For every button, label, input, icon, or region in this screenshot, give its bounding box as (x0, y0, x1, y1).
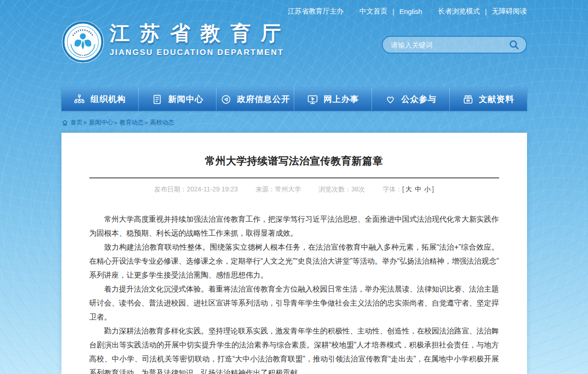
breadcrumb-home[interactable]: 首页 (71, 118, 83, 127)
link-chinese-home[interactable]: 中文首页 (359, 7, 387, 16)
bracket: [ (402, 185, 404, 193)
title-divider (89, 177, 499, 178)
site-title: 江 苏 省 教 育 厅 (110, 22, 284, 44)
font-size-large-button[interactable]: 大 (406, 185, 412, 193)
breadcrumb-separator: > (83, 119, 87, 126)
news-doc-icon (151, 94, 163, 105)
nav-label: 公众参与 (401, 94, 437, 105)
article-body: 常州大学高度重视并持续加强法治宣传教育工作，把深学笃行习近平法治思想、全面推进中… (89, 212, 499, 374)
nav-label: 新闻中心 (168, 94, 203, 105)
nav-label: 文献资料 (479, 94, 514, 105)
info-disclosure-icon (220, 94, 232, 105)
link-elder-mode[interactable]: 长者浏览模式 (438, 7, 480, 16)
search-box (382, 36, 527, 54)
view-count: 浏览次数：38次 (319, 185, 365, 193)
nav-item-organization[interactable]: 组织机构 (61, 88, 139, 111)
breadcrumb-education-news[interactable]: 教育动态 (120, 118, 144, 127)
article-paragraph: 常州大学高度重视并持续加强法治宣传教育工作，把深学笃行习近平法治思想、全面推进中… (89, 212, 499, 240)
article-paragraph: 勠力深耕法治教育多样化实践。坚持理论联系实践，激发青年学生的积极性、主动性、创造… (89, 324, 499, 374)
site-logo[interactable]: 江 苏 省 教 育 厅 JIANGSU EDUCATION DEPARTMENT (61, 20, 284, 63)
breadcrumb-separator: > (144, 119, 148, 126)
nav-item-gov-info[interactable]: 政府信息公开 (216, 88, 294, 111)
link-english[interactable]: English (399, 7, 422, 15)
link-accessibility[interactable]: 无障碍阅读 (492, 7, 527, 16)
nav-item-documents[interactable]: 文献资料 (449, 88, 527, 111)
search-input[interactable] (391, 41, 507, 49)
top-links-bar: 江苏省教育厅主办 中文首页 | English 长者浏览模式 | 无障碍阅读 (0, 0, 588, 16)
nav-item-online-services[interactable]: 网上办事 (294, 88, 372, 111)
breadcrumb-news-center[interactable]: 新闻中心 (89, 118, 113, 127)
breadcrumb-university-news[interactable]: 高校动态 (150, 118, 174, 127)
nav-item-public-participation[interactable]: 公众参与 (372, 88, 449, 111)
site-header: 江 苏 省 教 育 厅 JIANGSU EDUCATION DEPARTMENT (61, 20, 527, 72)
org-chart-icon (74, 94, 85, 105)
search-button[interactable] (507, 38, 520, 51)
article-meta: 发布日期：2024-11-29 19:23 来源：常州大学 浏览次数：38次 字… (89, 185, 499, 194)
archive-icon (462, 94, 474, 105)
breadcrumb: 首页 > 新闻中心 > 教育动态 > 高校动态 (61, 118, 527, 127)
breadcrumb-separator: > (114, 119, 117, 126)
department-emblem-icon (61, 20, 104, 63)
publish-date: 发布日期：2024-11-29 19:23 (154, 185, 238, 193)
nav-item-news[interactable]: 新闻中心 (138, 88, 216, 111)
nav-label: 网上办事 (324, 94, 359, 105)
monitor-icon (307, 94, 318, 105)
search-icon (508, 39, 520, 50)
article-panel: 常州大学持续谱写法治宣传教育新篇章 发布日期：2024-11-29 19:23 … (61, 133, 527, 374)
nav-label: 政府信息公开 (237, 94, 290, 105)
nav-label: 组织机构 (90, 94, 126, 105)
main-nav: 组织机构 新闻中心 政府信息公开 网上办事 (61, 88, 527, 111)
article-title: 常州大学持续谱写法治宣传教育新篇章 (89, 154, 499, 168)
topbar-separator: | (485, 8, 487, 15)
heart-icon (385, 94, 396, 105)
topbar-separator: | (392, 8, 394, 15)
article-paragraph: 着力提升法治文化沉浸式体验。着重将法治宣传教育全方位融入校园日常生活，举办宪法晨… (89, 282, 499, 324)
font-size-control: 字体：[大中小] (383, 185, 434, 193)
article-source: 来源：常州大学 (256, 185, 301, 193)
article-paragraph: 致力构建法治教育联动性整体。围绕落实立德树人根本任务，在法治宣传教育中融入多种元… (89, 240, 499, 282)
bracket: ] (432, 185, 434, 193)
font-size-small-button[interactable]: 小 (424, 185, 431, 193)
home-icon (61, 119, 68, 126)
font-size-medium-button[interactable]: 中 (415, 185, 421, 193)
site-subtitle: JIANGSU EDUCATION DEPARTMENT (110, 48, 284, 57)
link-host[interactable]: 江苏省教育厅主办 (288, 7, 344, 16)
